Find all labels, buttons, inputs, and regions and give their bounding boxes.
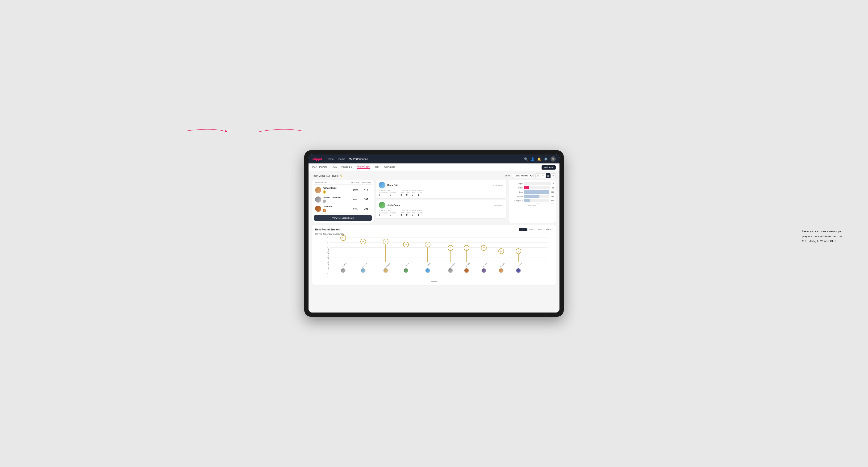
nav-home[interactable]: Home [327,158,334,160]
team-name: Team Clippd | 14 Players [312,175,338,177]
activities-sub: OTT 0 APP 0 ARG 0 [401,212,424,216]
putt-button[interactable]: PUTT [544,228,553,231]
player-name-label: D. Ford [466,262,470,267]
sub-nav: PGAT Players PGA Hcaps 1-5 Team Clippd T… [309,163,559,171]
player-card-rees: Rees Britt 02 Sep 2023 Total Rounds Tour… [376,180,506,198]
medal-silver: 2 [323,199,326,203]
putt-value: 1 [418,194,422,196]
app-stat: APP 0 [406,212,409,216]
arg-stat: ARG 0 [412,212,415,216]
grid-view-btn[interactable]: ⊞ [535,173,540,178]
subnav-team-clippd[interactable]: Team Clippd [357,165,370,169]
player-avatar-dot [516,268,521,273]
annotation: Here you can see streaks your players ha… [802,229,849,244]
player-card-josh: Josh Coles 26 Aug 2023 Total Rounds Tour… [376,200,506,218]
streak-badge: 4x [464,245,469,251]
ott-stat: OTT 0 [401,212,404,216]
streak-stem [450,251,451,262]
player-name-header: PLAYER NAME [315,182,349,184]
player-avatar-dot [499,268,503,273]
practice-activities-label: Total Practice Activities [401,210,424,212]
player-avg: 110 [361,189,371,191]
user-icon[interactable]: 👤 [531,157,534,161]
settings-icon[interactable]: ⚙️ [544,157,548,161]
rounds-sub: Tournament 7 Practice 2 [379,212,396,216]
bar-container [524,195,549,198]
detail-view-btn[interactable]: ☰ [551,173,556,178]
streak-badge: 5x [425,242,431,247]
avatar [379,202,385,209]
streak-badge: 7x [340,235,346,241]
table-row[interactable]: Richard Butler 1 19/20 110 [314,186,372,195]
subnav-all-players[interactable]: All Players [384,165,395,168]
list-item: 5x R. Britt [425,242,431,273]
main-content: Team Clippd | 14 Players ✏️ Show Last 3 … [309,171,559,312]
app-button[interactable]: APP [527,228,535,231]
subnav-tour[interactable]: Tour [375,165,379,168]
card-top: Josh Coles 26 Aug 2023 [379,202,503,209]
player-name-label: E. Crossman [449,262,456,269]
bar-container [524,182,551,185]
avatar[interactable]: U [551,156,556,161]
team-header: Team Clippd | 14 Players ✏️ Show Last 3 … [312,173,556,178]
bar-fill [524,186,529,189]
streak-stem [466,251,467,262]
list-view-btn[interactable]: ≡ [540,173,545,178]
table-row[interactable]: Cameron... 3 17/20 103 [314,204,372,214]
pb-score-header: PB SCORE [349,182,361,184]
subnav-pgat[interactable]: PGAT Players [312,165,327,168]
practice-activities-group: Total Practice Activities OTT 0 APP 0 [401,190,424,196]
list-item: 6x B. McHarg [360,239,366,273]
streaks-controls: OTT APP ARG PUTT [519,228,553,231]
streak-stem [427,247,428,262]
streaks-section: Best Round Streaks OTT APP ARG PUTT Off … [312,225,556,285]
table-row[interactable]: Edward Crossman 2 18/20 107 [314,195,372,205]
tournament-stat: Tournament 7 [379,192,388,196]
card-view-btn[interactable]: ▦ [546,173,551,178]
ott-stat: OTT 0 [401,192,404,196]
total-rounds-group: Total Rounds Tournament 7 Practice 6 [379,190,396,196]
show-label: Show [505,175,510,177]
activities-sub: OTT 0 APP 0 ARG 0 [401,192,424,196]
player-avatar-dot [361,268,366,273]
practice-value: 2 [390,214,396,216]
practice-activities-label: Total Practice Activities [401,190,424,191]
edit-icon[interactable]: ✏️ [340,175,343,177]
add-team-button[interactable]: Add Team [541,165,556,169]
view-leaderboard-button[interactable]: View Full Leaderboard [314,215,372,221]
practice-activities-group: Total Practice Activities OTT 0 APP 0 [401,210,424,216]
time-filter-dropdown[interactable]: Last 3 months Last 6 months Last year [512,174,533,178]
ott-button[interactable]: OTT [519,228,527,231]
arg-button[interactable]: ARG [536,228,544,231]
list-item: 4x E. Crossman [446,245,455,273]
pb-avg-header: PB AVG SQ [361,182,371,184]
gridline-0: 0 [330,273,548,273]
card-stats: Total Rounds Tournament 7 Practice 2 [379,210,503,216]
streak-badge: 6x [361,239,366,244]
list-item: 3x R. Butler [498,248,504,273]
streak-badge: 4x [481,245,487,251]
player-name-label: D. Billingham [384,262,391,269]
nav-my-performance[interactable]: My Performance [349,158,368,160]
player-avatar-dot [482,268,486,273]
arg-value: 0 [412,214,415,216]
tournament-value: 7 [379,194,388,196]
subnav-pga[interactable]: PGA [332,165,337,168]
nav-teams[interactable]: Teams [338,158,345,160]
search-icon[interactable]: 🔍 [524,157,528,161]
streaks-header: Best Round Streaks OTT APP ARG PUTT [315,228,553,231]
list-item: 7x E. Ebert [340,235,346,273]
y-axis-label: Best Streak, Fairway Accuracy [328,247,329,270]
arg-value: 0 [412,194,415,196]
bar-row-eagles: Eagles 3 [510,182,554,185]
player-avatar-dot [425,268,430,273]
player-score: 19/20 [349,189,361,191]
list-item: 6x D. Billingham [381,239,390,273]
putt-value: 1 [418,214,422,216]
player-avatar-dot [341,268,346,273]
player-cards-col: Rees Britt 02 Sep 2023 Total Rounds Tour… [376,180,506,223]
subnav-hcaps[interactable]: Hcaps 1-5 [342,165,352,168]
player-score: 17/20 [349,208,361,210]
bar-value: 96 [552,187,554,189]
bell-icon[interactable]: 🔔 [537,157,541,161]
